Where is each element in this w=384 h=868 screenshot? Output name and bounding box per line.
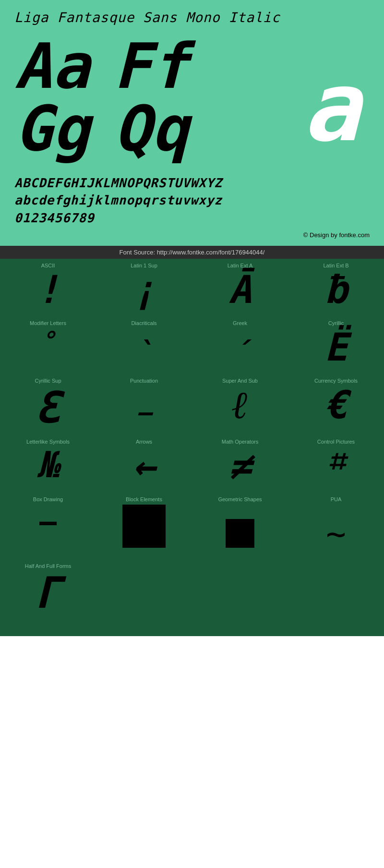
uppercase-alphabet: ABCDEFGHIJKLMNOPQRSTUVWXYZ [14,174,370,192]
glyph-char-arrows: ← [132,447,156,485]
label-blockelements: Block Elements [126,496,162,502]
glyph-char-latinextb: ƀ [324,271,348,309]
digits: 0123456789 [14,209,370,227]
font-source-text: Font Source: http://www.fontke.com/font/… [120,249,265,256]
glyph-char-greek: ΄ [231,328,249,367]
label-boxdrawing: Box Drawing [33,496,63,502]
glyph-cell-pua: PUA ~ [288,493,384,559]
glyph-cell-ascii: ASCII ! [0,259,96,316]
top-section: Liga Fantasque Sans Mono Italic Aa Ff Gg… [0,0,384,246]
glyph-cell-cyrillicsup: Cyrillic Sup Ԑ [0,374,96,435]
copyright: © Design by fontke.com [14,229,370,241]
lowercase-alphabet: abcdefghijklmnopqrstuvwxyz [14,192,370,209]
font-title: Liga Fantasque Sans Mono Italic [14,10,370,25]
glyph-cell-empty1 [96,559,192,636]
glyph-cell-geoshapes: Geometric Shapes [192,493,288,559]
glyph-cell-cyrillic: Cyrillic Ё [288,316,384,374]
glyph-char-halffulforms: Γ [35,571,61,615]
glyph-cell-modifier: Modifier Letters ° [0,316,96,374]
glyph-row-6: Half And Full Forms Γ [0,559,384,636]
glyph-cell-halffulforms: Half And Full Forms Γ [0,559,96,636]
glyph-grid: ASCII ! Latin 1 Sup ¡ Latin Ext A Ā Lati… [0,259,384,636]
glyph-char-superandsub: ℓ [232,386,248,424]
glyph-char-latinexta: Ā [228,271,252,309]
glyph-cell-letterlike: Letterlike Symbols № [0,435,96,493]
glyph-char-pua: ~ [326,505,346,554]
glyph-char-currency: € [324,386,348,424]
glyph-cell-arrows: Arrows ← [96,435,192,493]
glyph-row-4: Letterlike Symbols № Arrows ← Math Opera… [0,435,384,493]
label-punctuation: Punctuation [130,378,158,384]
letter-a-white: a [302,59,360,155]
glyph-row-5: Box Drawing — Block Elements Geometric S… [0,493,384,559]
glyph-char-cyrillic: Ё [324,328,348,367]
glyph-cell-empty3 [288,559,384,636]
glyph-cell-greek: Greek ΄ [192,316,288,374]
glyph-char-modifier: ° [41,328,55,352]
glyph-char-geoshapes [226,519,254,548]
label-pua: PUA [331,496,342,502]
glyph-char-punctuation: — [137,386,151,424]
glyph-char-ascii: ! [36,271,60,309]
glyph-row-1: ASCII ! Latin 1 Sup ¡ Latin Ext A Ā Lati… [0,259,384,316]
glyph-char-latin1sup: ¡ [132,271,156,309]
glyph-cell-mathops: Math Operators ≠ [192,435,288,493]
glyph-cell-latinexta: Latin Ext A Ā [192,259,288,316]
font-source-bar: Font Source: http://www.fontke.com/font/… [0,246,384,259]
glyph-row-3: Cyrillic Sup Ԑ Punctuation — Super And S… [0,374,384,435]
label-diacriticals: Diacriticals [131,320,156,326]
glyph-char-controlpictures: ⌗ [328,447,344,476]
glyph-cell-punctuation: Punctuation — [96,374,192,435]
glyph-char-diacriticals: ` [135,328,153,367]
letter-Qq: Qq [114,97,189,160]
letter-Ff: Ff [114,35,189,97]
alphabet-section: ABCDEFGHIJKLMNOPQRSTUVWXYZ abcdefghijklm… [14,174,370,227]
glyph-char-cyrillicsup: Ԑ [35,386,61,429]
glyph-char-mathops: ≠ [228,447,252,485]
glyph-row-2: Modifier Letters ° Diacriticals ` Greek … [0,316,384,374]
glyph-cell-latin1sup: Latin 1 Sup ¡ [96,259,192,316]
glyph-char-blockelements [122,505,166,548]
glyph-cell-currency: Currency Symbols € [288,374,384,435]
letter-Aa: Aa [14,35,90,97]
glyph-cell-diacriticals: Diacriticals ` [96,316,192,374]
glyph-char-letterlike: № [37,447,59,483]
glyph-cell-controlpictures: Control Pictures ⌗ [288,435,384,493]
glyph-cell-superandsub: Super And Sub ℓ [192,374,288,435]
letter-Gg: Gg [14,97,90,160]
label-geoshapes: Geometric Shapes [218,496,262,502]
glyph-cell-empty2 [192,559,288,636]
glyph-cell-blockelements: Block Elements [96,493,192,559]
label-greek: Greek [233,320,247,326]
glyph-char-boxdrawing: — [39,505,57,538]
glyph-cell-boxdrawing: Box Drawing — [0,493,96,559]
glyph-cell-latinextb: Latin Ext B ƀ [288,259,384,316]
label-modifier: Modifier Letters [30,320,66,326]
label-controlpictures: Control Pictures [317,439,355,445]
